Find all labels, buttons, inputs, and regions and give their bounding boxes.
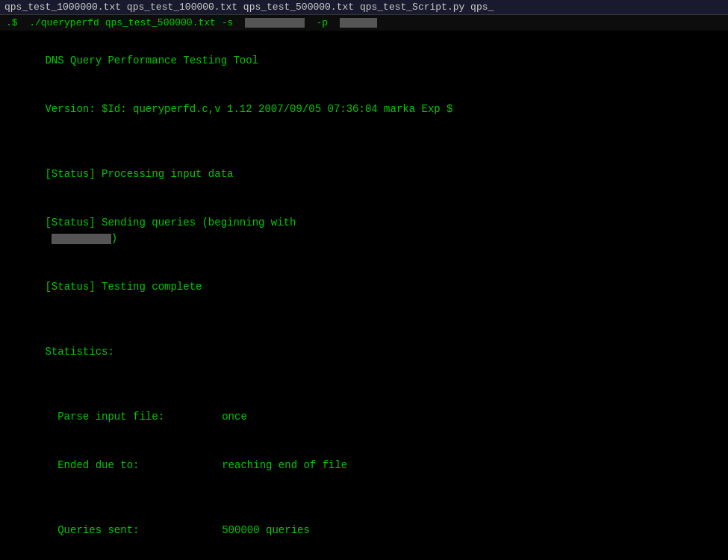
redacted-ip — [52, 234, 111, 244]
version-line: Version: $Id: queryperfd.c,v 1.12 2007/0… — [7, 85, 721, 134]
status-complete-text: [Status] Testing complete — [45, 281, 202, 293]
version: Version: $Id: queryperfd.c,v 1.12 2007/0… — [45, 103, 452, 115]
ended-due-to-value: reaching end of file — [222, 459, 347, 471]
command-line: .$ ./queryperfd qps_test_500000.txt -s -… — [0, 15, 728, 31]
queries-sent-label: Queries sent: — [57, 523, 222, 539]
ended-due-to-line: Ended due to:reaching end of file — [7, 441, 721, 490]
top-bar-text: qps_test_1000000.txt qps_test_100000.txt… — [4, 1, 494, 13]
top-bar: qps_test_1000000.txt qps_test_100000.txt… — [0, 0, 728, 15]
queries-sent-line: Queries sent:500000 queries — [7, 506, 721, 555]
status-processing: [Status] Processing input data — [7, 150, 721, 199]
terminal-content: DNS Query Performance Testing Tool Versi… — [0, 31, 728, 560]
tool-name-line: DNS Query Performance Testing Tool — [7, 37, 721, 85]
parse-input-file-line: Parse input file:once — [7, 393, 721, 441]
redacted-server — [245, 18, 305, 28]
redacted-port — [340, 18, 377, 28]
parse-input-file-value: once — [222, 411, 247, 423]
command-text: ./queryperfd qps_test_500000.txt -s — [29, 17, 233, 28]
prompt: .$ — [6, 17, 23, 28]
parse-input-file-label: Parse input file: — [57, 409, 222, 426]
command-suffix: -p — [316, 17, 328, 28]
ended-due-to-label: Ended due to: — [57, 458, 222, 474]
statistics-header-line: Statistics: — [7, 328, 721, 376]
queries-sent-value: 500000 queries — [222, 524, 310, 536]
queries-completed-line: Queries completed:500000 queries — [7, 555, 721, 560]
status-processing-text: [Status] Processing input data — [45, 168, 233, 180]
status-complete: [Status] Testing complete — [7, 264, 721, 312]
terminal-window: qps_test_1000000.txt qps_test_100000.txt… — [0, 0, 728, 560]
tool-name: DNS Query Performance Testing Tool — [45, 55, 258, 66]
status-sending: [Status] Sending queries (beginning with… — [7, 199, 721, 264]
status-sending-text: [Status] Sending queries (beginning with — [45, 217, 296, 228]
statistics-header: Statistics: — [45, 346, 113, 358]
